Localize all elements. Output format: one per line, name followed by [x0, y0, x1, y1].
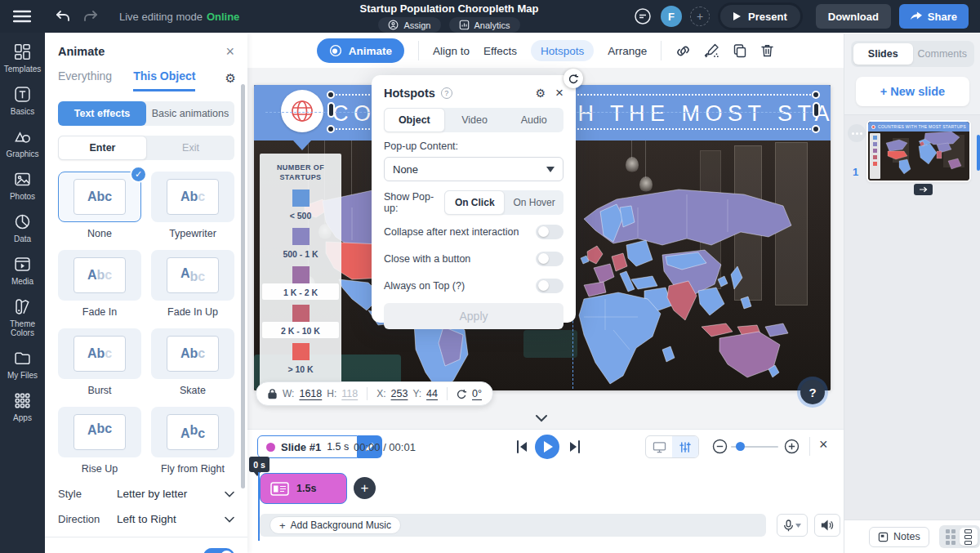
direction-dropdown[interactable]: Left to Right — [117, 513, 176, 525]
selection-handle[interactable] — [812, 125, 820, 133]
sidebar-item-photos[interactable]: Photos — [10, 171, 35, 201]
mute-button[interactable] — [814, 514, 840, 537]
rotation-value[interactable]: 0° — [472, 388, 482, 399]
animation-tile-typewriter[interactable]: Abc Typewriter — [151, 172, 234, 239]
sidebar-item-graphics[interactable]: Graphics — [6, 128, 38, 158]
rotate-handle-icon[interactable] — [564, 69, 583, 88]
selection-handle[interactable] — [327, 125, 335, 133]
chevron-down-icon[interactable] — [225, 516, 234, 523]
avatar[interactable]: F — [661, 6, 682, 27]
always-on-top-toggle[interactable] — [536, 279, 564, 293]
tab-object[interactable]: Object — [384, 108, 445, 132]
sidebar-item-templates[interactable]: Templates — [4, 43, 42, 74]
tab-this-object[interactable]: This Object — [133, 69, 195, 91]
close-button-toggle[interactable] — [536, 252, 564, 266]
slide-options-button[interactable] — [848, 124, 866, 142]
zoom-out-icon[interactable] — [712, 439, 728, 454]
tab-comments[interactable]: Comments — [913, 43, 973, 65]
sidebar-item-media[interactable]: Media — [11, 256, 33, 286]
popup-content-dropdown[interactable]: None — [384, 157, 564, 181]
comments-icon[interactable] — [633, 7, 653, 26]
delete-icon[interactable] — [760, 43, 774, 58]
redo-icon[interactable] — [83, 10, 98, 23]
playhead-marker[interactable]: 0 s — [249, 457, 270, 472]
height-value[interactable]: 118 — [341, 388, 358, 399]
add-animation-button[interactable]: + — [354, 477, 376, 499]
undo-icon[interactable] — [56, 10, 70, 23]
slide-transition-button[interactable] — [914, 184, 933, 195]
help-icon[interactable]: ? — [441, 87, 452, 99]
selection-handle[interactable] — [327, 102, 335, 118]
text-effects-segment[interactable]: Text effects — [58, 101, 146, 126]
panel-scrollbar[interactable] — [241, 84, 245, 488]
lock-icon[interactable] — [267, 388, 278, 399]
animation-tile-none[interactable]: ✓ Abc None — [58, 172, 141, 239]
on-hover-segment[interactable]: On Hover — [505, 190, 564, 215]
new-slide-button[interactable]: + New slide — [856, 77, 969, 106]
play-button[interactable] — [535, 435, 559, 459]
x-value[interactable]: 253 — [391, 388, 408, 399]
slide-timeline-block[interactable]: 1.5s — [260, 473, 347, 504]
apply-button[interactable]: Apply — [384, 303, 564, 329]
gear-icon[interactable]: ⚙ — [536, 87, 546, 100]
close-icon[interactable]: × — [225, 46, 234, 57]
hotspots-button[interactable]: Hotspots — [531, 40, 594, 61]
sidebar-item-my-files[interactable]: My Files — [7, 350, 38, 380]
animation-tile-skate[interactable]: Abc Skate — [151, 328, 234, 396]
collapse-timeline-chevron-icon[interactable] — [535, 414, 548, 422]
basic-animations-segment[interactable]: Basic animations — [146, 101, 234, 126]
skip-to-start-icon[interactable] — [516, 440, 528, 453]
sidebar-item-theme-colors[interactable]: Theme Colors — [2, 298, 44, 337]
selection-handle[interactable] — [813, 102, 820, 118]
add-collaborator-button[interactable]: + — [690, 7, 710, 26]
animate-button[interactable]: Animate — [317, 38, 404, 63]
animation-tile-fade-in[interactable]: Abc Fade In — [58, 250, 141, 318]
tab-slides[interactable]: Slides — [853, 43, 913, 65]
on-click-segment[interactable]: On Click — [444, 190, 505, 215]
tab-video[interactable]: Video — [445, 108, 505, 132]
present-button[interactable]: Present — [720, 5, 800, 28]
share-button[interactable]: Share — [899, 4, 969, 29]
tab-everything[interactable]: Everything — [58, 69, 112, 91]
collapse-toggle[interactable] — [536, 225, 564, 239]
download-button[interactable]: Download — [816, 4, 891, 29]
duplicate-icon[interactable] — [733, 43, 747, 58]
y-value[interactable]: 44 — [426, 388, 438, 399]
gear-icon[interactable]: ⚙ — [225, 71, 236, 86]
project-title[interactable]: Startup Population Choropleth Map — [310, 2, 588, 15]
add-background-music-button[interactable]: + Add Background Music — [270, 516, 401, 534]
animation-tile-rise-up[interactable]: Abc Rise Up — [58, 407, 141, 475]
sidebar-item-data[interactable]: Data — [14, 213, 31, 243]
align-to-button[interactable]: Align to — [433, 45, 470, 57]
effects-button[interactable]: Effects — [483, 45, 517, 57]
slide-thumbnail[interactable]: COUNTRIES WITH THE MOST STARTUPS — [868, 122, 969, 181]
arrange-button[interactable]: Arrange — [608, 45, 647, 57]
exit-segment[interactable]: Exit — [147, 136, 234, 160]
selection-handle[interactable] — [327, 91, 335, 99]
close-icon[interactable]: × — [555, 88, 564, 98]
zoom-in-icon[interactable] — [784, 439, 800, 454]
animation-tile-fade-in-up[interactable]: Abc Fade In Up — [151, 250, 234, 318]
enter-segment[interactable]: Enter — [58, 136, 147, 160]
skip-to-end-icon[interactable] — [569, 440, 581, 453]
timeline-toggle[interactable] — [203, 548, 234, 553]
link-icon[interactable] — [675, 44, 691, 58]
globe-badge[interactable] — [281, 90, 323, 132]
timeline-settings-button[interactable] — [672, 436, 698, 457]
sidebar-item-basics[interactable]: Basics — [11, 86, 34, 116]
close-timeline-icon[interactable]: × — [819, 436, 828, 453]
presentation-view-button[interactable] — [646, 436, 672, 457]
rotate-icon[interactable] — [457, 389, 467, 399]
hamburger-menu-icon[interactable] — [13, 10, 31, 23]
analytics-button[interactable]: Analytics — [449, 17, 520, 33]
list-view-button[interactable] — [960, 528, 978, 546]
sidebar-item-apps[interactable]: Apps — [13, 392, 32, 422]
zoom-slider-knob[interactable] — [736, 442, 745, 451]
map-legend[interactable]: NUMBER OF STARTUPS < 500 500 - 1 K 1 K -… — [260, 154, 341, 390]
format-brush-icon[interactable] — [704, 43, 719, 58]
voice-over-button[interactable] — [777, 514, 808, 537]
animation-tile-fly-from-right[interactable]: Abc Fly from Right — [151, 407, 234, 475]
style-dropdown[interactable]: Letter by letter — [117, 488, 187, 500]
grid-view-button[interactable] — [942, 528, 960, 546]
width-value[interactable]: 1618 — [299, 388, 322, 399]
